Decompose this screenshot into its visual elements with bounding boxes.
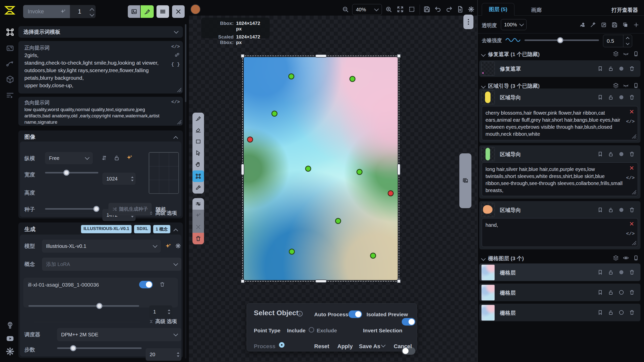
lock-open-icon[interactable] xyxy=(608,151,614,157)
layer-stack-icon[interactable] xyxy=(613,51,619,57)
model-sparkle-icon[interactable] xyxy=(165,243,172,250)
bookmark-icon[interactable] xyxy=(597,151,603,157)
resize-handle[interactable] xyxy=(177,87,181,92)
regional-prompt-box[interactable]: long hair,silver hair,blue hair,cute,pur… xyxy=(482,162,638,196)
tab-models-icon[interactable] xyxy=(6,75,15,84)
resize-handle[interactable] xyxy=(632,190,636,194)
frame-icon[interactable] xyxy=(633,51,639,57)
undo-icon[interactable] xyxy=(434,6,442,13)
bbox-corner-handle-ne[interactable] xyxy=(397,54,401,58)
bbox-edge-handle-e[interactable] xyxy=(397,164,400,175)
pan-tool[interactable] xyxy=(192,159,204,170)
steps-slider[interactable] xyxy=(57,345,142,351)
positive-prompt-text[interactable]: 2girls, standing,check-to-check,light sm… xyxy=(24,52,168,89)
model-settings-gear-icon[interactable] xyxy=(175,243,181,249)
transform-tool-disabled[interactable] xyxy=(192,210,204,221)
raster-layer-row[interactable]: 栅格层 xyxy=(479,284,640,301)
wand-icon[interactable] xyxy=(590,22,596,28)
trash-icon[interactable] xyxy=(629,94,635,100)
resize-handle[interactable] xyxy=(632,134,636,139)
duplicate-icon[interactable] xyxy=(622,22,629,28)
cancel-button[interactable]: Cancel xyxy=(394,343,412,350)
reset-button[interactable]: Reset xyxy=(314,343,329,350)
trash-icon[interactable] xyxy=(629,289,635,295)
youtube-icon[interactable] xyxy=(6,334,15,343)
braces-icon[interactable]: { } xyxy=(171,62,180,67)
zoom-level-select[interactable]: 40% xyxy=(352,4,382,15)
positive-prompt-card[interactable]: 正向提示词 </> { } 2girls, standing,check-to-… xyxy=(18,41,183,94)
trash-icon[interactable] xyxy=(629,151,635,157)
code-toggle-icon[interactable]: </> xyxy=(626,231,635,237)
settings-scrollbar-track[interactable] xyxy=(185,24,186,358)
canvas-settings-gear-icon[interactable] xyxy=(467,6,475,13)
visibility-circle-icon[interactable] xyxy=(618,151,624,157)
include-point[interactable] xyxy=(370,253,376,259)
delete-layer-tool[interactable] xyxy=(192,233,204,244)
save-layer-icon[interactable] xyxy=(611,22,618,28)
lock-open-icon[interactable] xyxy=(608,309,614,315)
model-select[interactable]: Illustrious-XL-v0.1 xyxy=(42,240,161,253)
trash-icon[interactable] xyxy=(629,309,635,315)
width-input[interactable]: 1024 xyxy=(102,173,136,185)
rectangle-tool[interactable] xyxy=(192,136,204,147)
process-button[interactable]: Process xyxy=(254,343,275,350)
collapse-chevron-icon[interactable] xyxy=(173,136,178,141)
bookmark-icon[interactable] xyxy=(597,94,603,100)
code-toggle-icon[interactable]: </> xyxy=(171,44,180,50)
negative-prompt-card[interactable]: 负向提示词 </> low quality,worst quality,norm… xyxy=(18,97,183,126)
visibility-circle-outline-icon[interactable] xyxy=(618,289,624,295)
tab-queue-icon[interactable] xyxy=(6,91,15,100)
aspect-select[interactable]: Free xyxy=(45,152,93,164)
code-toggle-icon[interactable]: </> xyxy=(171,99,180,105)
exclude-point[interactable] xyxy=(247,137,253,143)
tab-layers[interactable]: 图层 (5) xyxy=(482,3,514,16)
save-icon[interactable] xyxy=(423,6,431,13)
settings-gear-icon[interactable] xyxy=(6,347,15,356)
opacity-select[interactable]: 100% xyxy=(501,19,527,30)
exclude-radio[interactable] xyxy=(309,327,314,333)
denoise-input[interactable]: 0.5 xyxy=(603,35,632,47)
prompt-template-selector[interactable]: 选择提示词模板 xyxy=(18,26,183,38)
lock-open-icon[interactable] xyxy=(608,207,614,213)
info-icon[interactable]: i xyxy=(297,311,303,316)
layer-stack-icon[interactable] xyxy=(613,255,619,261)
trash-icon[interactable] xyxy=(629,66,635,72)
include-point[interactable] xyxy=(305,166,311,172)
code-toggle-icon[interactable]: </> xyxy=(626,175,635,181)
include-point[interactable] xyxy=(335,218,341,224)
bookmark-icon[interactable] xyxy=(597,207,603,213)
filter-tool[interactable] xyxy=(192,198,204,210)
bbox-edge-handle-n[interactable] xyxy=(315,54,327,58)
swap-dimensions-icon[interactable] xyxy=(101,155,107,161)
delete-prompt-x-icon[interactable]: ✕ xyxy=(629,109,634,114)
lock-open-icon[interactable] xyxy=(608,289,614,295)
color-swatch[interactable] xyxy=(190,4,200,14)
frame-icon[interactable] xyxy=(633,82,639,88)
regional-layer-thumbnail[interactable] xyxy=(481,203,495,217)
include-point[interactable] xyxy=(356,169,363,175)
lock-aspect-icon[interactable] xyxy=(113,155,120,161)
delete-prompt-x-icon[interactable]: ✕ xyxy=(629,166,634,171)
width-slider[interactable] xyxy=(45,170,98,176)
denoise-steppers[interactable] xyxy=(623,35,632,47)
visibility-circle-icon[interactable] xyxy=(618,66,624,72)
negative-prompt-text[interactable]: low quality,worst quality,normal quality… xyxy=(24,106,170,125)
include-point[interactable] xyxy=(289,249,295,255)
inpaint-section-header[interactable]: 修复遮罩 (1 个已隐藏) xyxy=(482,51,540,58)
include-radio[interactable] xyxy=(279,342,285,348)
include-point[interactable] xyxy=(349,76,355,82)
visibility-circle-icon[interactable] xyxy=(618,94,624,100)
trash-icon[interactable] xyxy=(629,269,635,275)
visibility-circle-icon[interactable] xyxy=(618,207,624,213)
apply-button[interactable]: Apply xyxy=(337,343,353,350)
new-canvas-icon[interactable] xyxy=(456,6,464,13)
lora-weight-input[interactable]: 1 xyxy=(149,305,172,318)
resize-handle[interactable] xyxy=(632,241,636,245)
lock-open-icon[interactable] xyxy=(608,66,614,72)
lora-weight-slider[interactable] xyxy=(28,303,139,309)
gallery-drawer-handle[interactable] xyxy=(459,153,471,208)
tab-gallery[interactable]: 画廊 xyxy=(531,7,542,14)
collapse-chevron-icon[interactable] xyxy=(173,229,178,233)
lock-open-icon[interactable] xyxy=(608,94,614,100)
move-tool[interactable] xyxy=(192,147,204,159)
